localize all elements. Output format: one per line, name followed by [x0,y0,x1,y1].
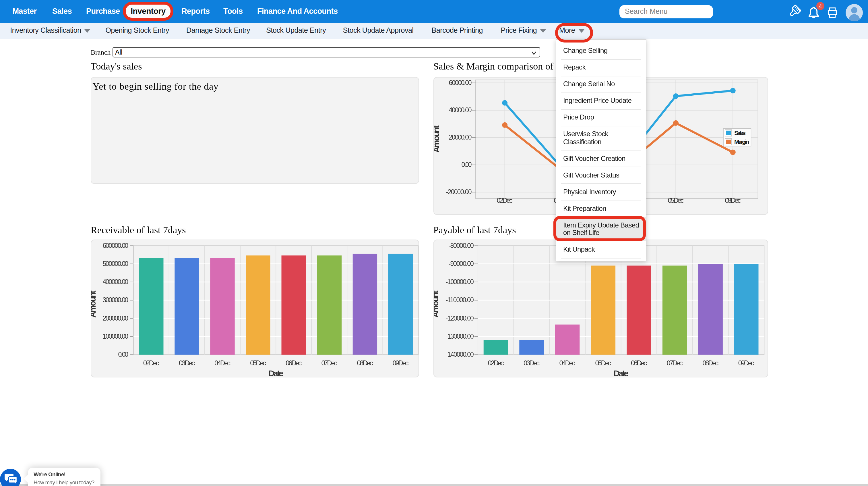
svg-text:05Dec: 05Dec [250,359,266,367]
svg-text:Amount: Amount [91,290,97,317]
svg-text:08Dec: 08Dec [702,359,718,367]
svg-text:4: 4 [819,3,822,9]
svg-text:Amount: Amount [434,125,441,152]
svg-text:600000.00: 600000.00 [102,241,128,249]
svg-text:03Dec: 03Dec [523,359,539,367]
svg-text:500000.00: 500000.00 [102,260,128,267]
svg-text:0.00: 0.00 [461,161,472,168]
svg-text:07Dec: 07Dec [666,359,683,367]
svg-text:-100000.00: -100000.00 [445,278,474,285]
svg-text:300000.00: 300000.00 [102,296,128,304]
svg-text:03Dec: 03Dec [179,359,195,367]
svg-text:40000.00: 40000.00 [448,106,472,114]
svg-text:-80000.00: -80000.00 [448,241,474,249]
svg-text:Amount: Amount [434,290,440,317]
svg-text:200000.00: 200000.00 [102,314,128,322]
svg-text:05Dec: 05Dec [595,359,611,367]
svg-text:-140000.00: -140000.00 [445,350,474,358]
svg-text:0.00: 0.00 [118,350,128,358]
svg-text:100000.00: 100000.00 [102,332,128,340]
svg-text:20000.00: 20000.00 [448,134,472,141]
svg-text:-120000.00: -120000.00 [445,314,474,322]
svg-text:-130000.00: -130000.00 [445,332,474,340]
svg-text:09Dec: 09Dec [392,359,408,367]
svg-text:02Dec: 02Dec [497,197,513,204]
svg-text:02Dec: 02Dec [488,359,504,367]
svg-text:06Dec: 06Dec [286,359,302,367]
svg-text:-110000.00: -110000.00 [445,296,474,304]
svg-text:09Dec: 09Dec [738,359,754,367]
svg-text:Sales: Sales [734,130,745,136]
svg-text:08Dec: 08Dec [725,197,741,204]
svg-text:07Dec: 07Dec [321,359,337,367]
svg-text:-90000.00: -90000.00 [448,260,474,267]
svg-text:Date: Date [268,369,283,377]
svg-text:06Dec: 06Dec [631,359,647,367]
svg-text:04Dec: 04Dec [214,359,230,367]
svg-text:60000.00: 60000.00 [448,79,472,86]
svg-text:04Dec: 04Dec [559,359,575,367]
svg-text:Margin: Margin [734,138,749,145]
svg-text:Date: Date [613,369,628,377]
svg-text:400000.00: 400000.00 [102,278,128,285]
svg-text:02Dec: 02Dec [143,359,159,367]
svg-text:08Dec: 08Dec [357,359,373,367]
svg-text:05Dec: 05Dec [668,197,684,204]
svg-text:-20000.00: -20000.00 [446,188,472,196]
